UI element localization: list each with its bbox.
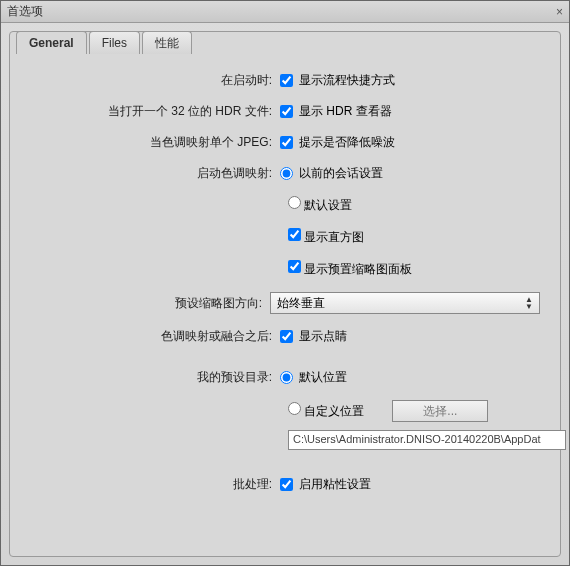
label-after-tone: 色调映射或融合之后: xyxy=(30,328,280,345)
chk-show-finish-input[interactable] xyxy=(280,330,293,343)
checkbox-show-hdr-viewer[interactable]: 显示 HDR 查看器 xyxy=(280,103,392,120)
checkbox-show-preset-panel[interactable]: 显示预置缩略图面板 xyxy=(288,260,412,278)
tab-files[interactable]: Files xyxy=(89,31,140,54)
checkbox-enable-sticky[interactable]: 启用粘性设置 xyxy=(280,476,371,493)
client-area: General Files 性能 在启动时: 显示流程快捷方式 当打开一个 32… xyxy=(1,23,569,565)
preferences-window: 首选项 × General Files 性能 在启动时: 显示流程快捷方式 xyxy=(0,0,570,566)
chk-show-workflow-input[interactable] xyxy=(280,74,293,87)
label-batch: 批处理: xyxy=(30,476,280,493)
chk-show-histogram-input[interactable] xyxy=(288,228,301,241)
checkbox-show-finish[interactable]: 显示点睛 xyxy=(280,328,347,345)
radio-custom-location-input[interactable] xyxy=(288,402,301,415)
preset-path-field[interactable]: C:\Users\Administrator.DNISO-20140220B\A… xyxy=(288,430,566,450)
radio-default-settings[interactable]: 默认设置 xyxy=(288,196,352,214)
browse-button[interactable]: 选择... xyxy=(392,400,488,422)
tab-strip: General Files 性能 xyxy=(16,31,194,54)
radio-default-settings-input[interactable] xyxy=(288,196,301,209)
select-orientation[interactable]: 始终垂直 ▲▼ xyxy=(270,292,540,314)
radio-prev-session-input[interactable] xyxy=(280,167,293,180)
radio-default-location[interactable]: 默认位置 xyxy=(280,369,347,386)
radio-custom-location[interactable]: 自定义位置 xyxy=(288,402,364,420)
label-on-startup: 在启动时: xyxy=(30,72,280,89)
tab-performance[interactable]: 性能 xyxy=(142,31,192,54)
radio-default-location-input[interactable] xyxy=(280,371,293,384)
checkbox-show-histogram[interactable]: 显示直方图 xyxy=(288,228,364,246)
radio-prev-session[interactable]: 以前的会话设置 xyxy=(280,165,383,182)
panel-general: 在启动时: 显示流程快捷方式 当打开一个 32 位的 HDR 文件: 显示 HD… xyxy=(10,32,560,556)
window-title: 首选项 xyxy=(7,3,43,20)
checkbox-show-workflow[interactable]: 显示流程快捷方式 xyxy=(280,72,395,89)
label-open-hdr: 当打开一个 32 位的 HDR 文件: xyxy=(30,103,280,120)
checkbox-prompt-noise[interactable]: 提示是否降低噪波 xyxy=(280,134,395,151)
chk-prompt-noise-input[interactable] xyxy=(280,136,293,149)
close-icon[interactable]: × xyxy=(556,5,563,19)
tab-general[interactable]: General xyxy=(16,31,87,54)
chk-hdr-viewer-input[interactable] xyxy=(280,105,293,118)
label-single-jpeg: 当色调映射单个 JPEG: xyxy=(30,134,280,151)
label-preset-dir: 我的预设目录: xyxy=(30,369,280,386)
label-start-tone: 启动色调映射: xyxy=(30,165,280,182)
chk-enable-sticky-input[interactable] xyxy=(280,478,293,491)
updown-arrows-icon: ▲▼ xyxy=(523,293,535,313)
tab-container: General Files 性能 在启动时: 显示流程快捷方式 当打开一个 32… xyxy=(9,31,561,557)
label-orientation: 预设缩略图方向: xyxy=(30,295,270,312)
chk-show-preset-panel-input[interactable] xyxy=(288,260,301,273)
titlebar: 首选项 × xyxy=(1,1,569,23)
